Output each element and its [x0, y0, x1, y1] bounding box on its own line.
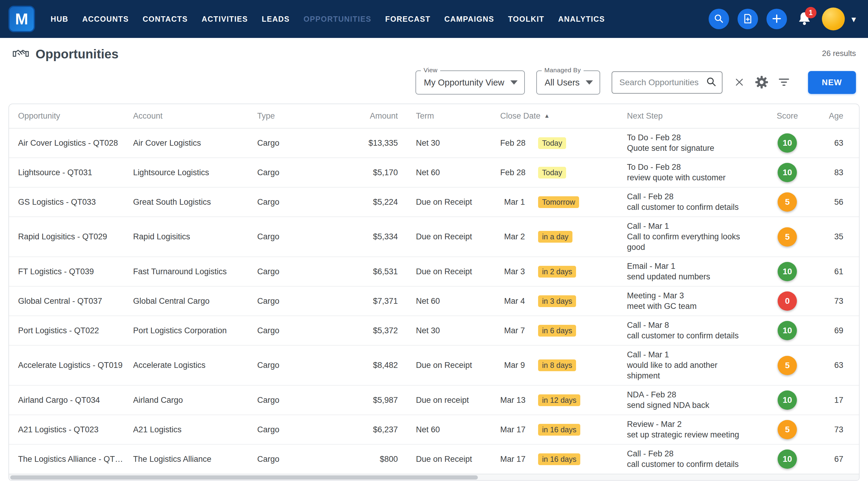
opportunity-cell[interactable]: The Logistics Alliance - QT025	[9, 444, 133, 474]
opportunity-cell[interactable]: Accelerate Logistics - QT019	[9, 345, 133, 385]
table-row[interactable]: Lightsource - QT031 Lightsource Logistic…	[9, 158, 859, 187]
avatar[interactable]	[822, 7, 845, 30]
column-header-term[interactable]: Term	[405, 104, 492, 128]
opportunity-cell[interactable]: A21 Logistics - QT023	[9, 415, 133, 444]
amount-cell: $5,987	[349, 385, 405, 415]
nav-item-activities[interactable]: ACTIVITIES	[202, 15, 248, 24]
chevron-down-icon[interactable]: ▾	[851, 14, 856, 24]
close-icon	[734, 77, 744, 88]
column-header-amount[interactable]: Amount	[349, 104, 405, 128]
score-badge[interactable]: 10	[778, 390, 797, 410]
file-plus-icon	[742, 13, 753, 25]
app-logo[interactable]: M	[8, 6, 35, 32]
account-cell[interactable]: Great South Logistics	[133, 187, 257, 217]
search-opportunities-input[interactable]	[619, 78, 703, 87]
column-label: Term	[416, 111, 434, 121]
settings-button[interactable]	[754, 75, 770, 90]
table-row[interactable]: Rapid Logisitics - QT029 Rapid Logisitic…	[9, 217, 859, 257]
next-step-cell: Meeting - Mar 3 meet with GC team	[621, 286, 761, 316]
nav-item-opportunities[interactable]: OPPORTUNITIES	[304, 15, 371, 24]
opportunity-cell[interactable]: Airland Cargo - QT034	[9, 385, 133, 415]
new-record-button[interactable]	[738, 9, 758, 29]
score-badge[interactable]: 5	[778, 227, 797, 247]
nav-item-leads[interactable]: LEADS	[262, 15, 290, 24]
type-cell: Cargo	[257, 128, 349, 158]
term-cell: Net 60	[405, 415, 492, 444]
new-opportunity-button[interactable]: NEW	[808, 71, 856, 94]
table-row[interactable]: Accelerate Logistics - QT019 Accelerate …	[9, 345, 859, 385]
score-badge[interactable]: 10	[778, 321, 797, 340]
opportunity-cell[interactable]: Rapid Logisitics - QT029	[9, 217, 133, 257]
table-row[interactable]: A21 Logistics - QT023 A21 Logistics Carg…	[9, 415, 859, 444]
nav-item-accounts[interactable]: ACCOUNTS	[82, 15, 129, 24]
score-badge[interactable]: 0	[778, 291, 797, 311]
opportunity-cell[interactable]: FT Logistics - QT039	[9, 257, 133, 286]
score-badge[interactable]: 10	[778, 262, 797, 281]
column-header-score[interactable]: Score	[761, 104, 822, 128]
age-cell: 73	[822, 286, 859, 316]
account-cell[interactable]: Port Logistics Corporation	[133, 316, 257, 345]
account-cell[interactable]: Accelerate Logistics	[133, 345, 257, 385]
opportunity-cell[interactable]: Global Central - QT037	[9, 286, 133, 316]
nav-item-contacts[interactable]: CONTACTS	[143, 15, 188, 24]
nav-item-analytics[interactable]: ANALYTICS	[558, 15, 605, 24]
score-badge[interactable]: 10	[778, 133, 797, 153]
table-row[interactable]: Port Logistics - QT022 Port Logistics Co…	[9, 316, 859, 345]
column-header-age[interactable]: Age	[822, 104, 859, 128]
table-row[interactable]: Global Central - QT037 Global Central Ca…	[9, 286, 859, 316]
notifications-button[interactable]: 1	[796, 9, 813, 29]
scrollbar-thumb[interactable]	[10, 475, 478, 480]
managed-by-select[interactable]: Managed By All Users	[536, 70, 600, 95]
table-row[interactable]: Air Cover Logistics - QT028 Air Cover Lo…	[9, 128, 859, 158]
page-title: Opportunities	[36, 47, 118, 61]
type-cell: Cargo	[257, 187, 349, 217]
filter-button[interactable]	[776, 75, 792, 90]
handshake-icon	[13, 48, 29, 61]
search-icon[interactable]	[706, 76, 717, 89]
column-header-opportunity[interactable]: Opportunity	[9, 104, 133, 128]
table-row[interactable]: Airland Cargo - QT034 Airland Cargo Carg…	[9, 385, 859, 415]
opportunity-cell[interactable]: Air Cover Logistics - QT028	[9, 128, 133, 158]
horizontal-scrollbar[interactable]	[9, 474, 859, 480]
account-cell[interactable]: Lightsource Logistics	[133, 158, 257, 187]
score-badge[interactable]: 10	[778, 163, 797, 182]
nav-item-toolkit[interactable]: TOOLKIT	[508, 15, 544, 24]
page-header: Opportunities 26 results	[0, 38, 868, 63]
close-date: Mar 13	[500, 396, 525, 405]
next-step-description: call customer to confirm details	[627, 330, 748, 341]
table-row[interactable]: FT Logistics - QT039 Fast Turnaround Log…	[9, 257, 859, 286]
column-header-type[interactable]: Type	[257, 104, 349, 128]
column-header-close-date[interactable]: Close Date▲	[492, 104, 621, 128]
column-header-next-step[interactable]: Next Step	[621, 104, 761, 128]
account-cell[interactable]: Global Central Cargo	[133, 286, 257, 316]
view-select[interactable]: View My Opportunity View	[415, 70, 525, 95]
account-cell[interactable]: Airland Cargo	[133, 385, 257, 415]
account-cell[interactable]: Fast Turnaround Logistics	[133, 257, 257, 286]
nav-item-campaigns[interactable]: CAMPAIGNS	[444, 15, 494, 24]
account-cell[interactable]: A21 Logistics	[133, 415, 257, 444]
term-cell: Due on Receipt	[405, 345, 492, 385]
opportunity-cell[interactable]: GS Logistics - QT033	[9, 187, 133, 217]
add-button[interactable]	[767, 9, 787, 29]
nav-item-hub[interactable]: HUB	[51, 15, 68, 24]
score-badge[interactable]: 10	[778, 450, 797, 469]
clear-search-button[interactable]	[732, 75, 747, 90]
table-row[interactable]: GS Logistics - QT033 Great South Logisti…	[9, 187, 859, 217]
opportunity-cell[interactable]: Lightsource - QT031	[9, 158, 133, 187]
opportunity-cell[interactable]: Port Logistics - QT022	[9, 316, 133, 345]
type-cell: Cargo	[257, 286, 349, 316]
account-cell[interactable]: Air Cover Logistics	[133, 128, 257, 158]
term-cell: Due on Receipt	[405, 187, 492, 217]
account-cell[interactable]: Rapid Logisitics	[133, 217, 257, 257]
score-badge[interactable]: 5	[778, 420, 797, 439]
column-header-account[interactable]: Account	[133, 104, 257, 128]
score-badge[interactable]: 5	[778, 192, 797, 212]
term-cell: Due on Receipt	[405, 257, 492, 286]
account-cell[interactable]: The Logistics Alliance	[133, 444, 257, 474]
table-row[interactable]: The Logistics Alliance - QT025 The Logis…	[9, 444, 859, 474]
nav-item-forecast[interactable]: FORECAST	[385, 15, 431, 24]
gear-icon	[755, 75, 768, 90]
search-button[interactable]	[709, 9, 729, 29]
close-date-cell: Feb 28 Today	[492, 128, 621, 158]
score-badge[interactable]: 5	[778, 356, 797, 375]
